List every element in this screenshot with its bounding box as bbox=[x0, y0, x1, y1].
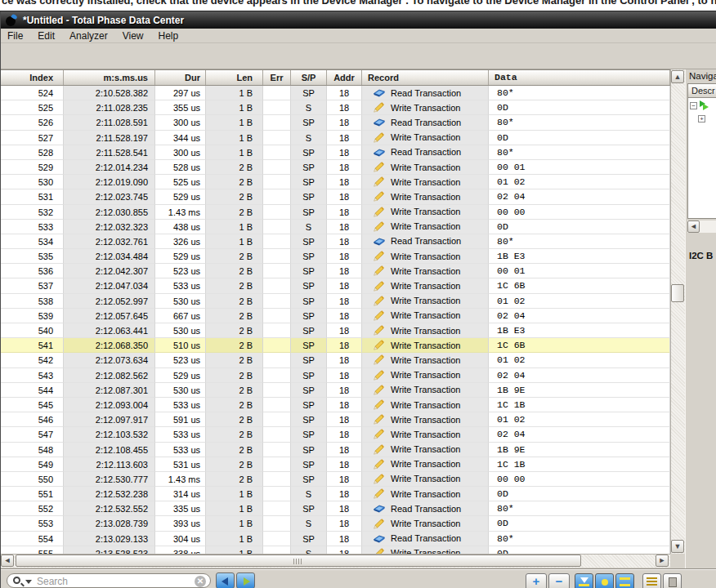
tree-node-capture[interactable]: − bbox=[688, 98, 716, 114]
table-row[interactable]: 532 2:12.030.855 1.43 ms 2 B SP 18 bbox=[0, 205, 670, 220]
cell-length: 1 B bbox=[206, 86, 263, 100]
cell-record: Write Transaction bbox=[362, 368, 489, 383]
table-row[interactable]: 525 2:11.028.235 355 us 1 B S 18 bbox=[0, 100, 670, 115]
table-row[interactable]: 554 2:13.029.133 304 us 1 B SP 18 bbox=[0, 532, 670, 546]
table-row[interactable]: 552 2:12.532.552 335 us 1 B SP 18 bbox=[0, 501, 670, 516]
record-label: Write Transaction bbox=[391, 131, 460, 145]
cell-duration: 528 us bbox=[155, 160, 206, 175]
table-row[interactable]: 543 2:12.082.562 529 us 2 B SP 18 bbox=[0, 368, 670, 383]
header-index[interactable]: Index bbox=[0, 70, 64, 85]
goto-selection-button[interactable] bbox=[595, 573, 614, 588]
table-row[interactable]: 535 2:12.034.484 529 us 2 B SP 18 bbox=[0, 249, 670, 264]
table-row[interactable]: 534 2:12.032.761 326 us 1 B SP 18 bbox=[0, 234, 670, 249]
table-row[interactable]: 531 2:12.023.745 529 us 2 B SP 18 bbox=[0, 189, 670, 204]
table-row[interactable]: 539 2:12.057.645 667 us 2 B SP 18 bbox=[0, 309, 670, 323]
cell-length: 1 B bbox=[206, 220, 263, 234]
header-dur[interactable]: Dur bbox=[155, 70, 206, 85]
table-row[interactable]: 542 2:12.073.634 523 us 2 B SP 18 bbox=[0, 353, 670, 368]
search-input[interactable]: Search ✕ bbox=[7, 573, 211, 588]
table-row[interactable]: 540 2:12.063.441 530 us 2 B SP 18 bbox=[0, 323, 670, 338]
cell-index: 551 bbox=[0, 487, 64, 501]
table-row[interactable]: 548 2:12.108.455 533 us 2 B SP 18 bbox=[0, 443, 670, 457]
scroll-left-button[interactable]: ◄ bbox=[1, 555, 14, 567]
find-next-button[interactable] bbox=[236, 572, 255, 588]
tree-node-child[interactable]: + bbox=[688, 114, 716, 129]
record-icon bbox=[373, 459, 386, 470]
scroll-right-button[interactable]: ► bbox=[656, 555, 669, 567]
record-icon bbox=[373, 265, 386, 276]
table-row[interactable]: 541 2:12.068.350 510 us 2 B SP 18 bbox=[0, 338, 670, 353]
table-row[interactable]: 528 2:11.528.541 300 us 1 B SP 18 bbox=[0, 145, 670, 160]
horizontal-scroll-thumb[interactable] bbox=[16, 555, 581, 567]
table-row[interactable]: 527 2:11.528.197 344 us 1 B S 18 bbox=[0, 131, 670, 145]
scroll-down-button[interactable]: ▼ bbox=[671, 540, 684, 553]
table-row[interactable]: 533 2:12.032.323 438 us 1 B S 18 bbox=[0, 220, 670, 234]
table-row[interactable]: 538 2:12.052.997 530 us 2 B SP 18 bbox=[0, 294, 670, 309]
description-column-header[interactable]: Descr bbox=[688, 84, 716, 98]
write-transaction-icon bbox=[373, 162, 386, 172]
search-icon[interactable] bbox=[13, 577, 20, 584]
cell-length: 2 B bbox=[206, 353, 263, 368]
expand-all-button[interactable]: + bbox=[526, 573, 547, 588]
header-err[interactable]: Err bbox=[263, 70, 291, 85]
menu-file[interactable]: File bbox=[7, 30, 23, 42]
table-row[interactable]: 524 2:10.528.382 297 us 1 B SP 18 bbox=[0, 86, 670, 100]
table-row[interactable]: 551 2:12.532.238 314 us 1 B S 18 bbox=[0, 487, 670, 501]
table-row[interactable]: 546 2:12.097.917 591 us 2 B SP 18 bbox=[0, 412, 670, 427]
header-len[interactable]: Len bbox=[206, 70, 263, 85]
vertical-scroll-thumb[interactable] bbox=[671, 284, 684, 302]
search-options-caret-icon[interactable] bbox=[25, 580, 32, 584]
expand-node-icon[interactable]: + bbox=[698, 115, 705, 122]
goto-begin-button[interactable] bbox=[575, 573, 593, 588]
cell-error bbox=[263, 472, 291, 487]
goto-end-button[interactable] bbox=[615, 573, 634, 588]
menu-view[interactable]: View bbox=[123, 30, 144, 42]
cell-index: 536 bbox=[0, 264, 64, 278]
cell-length: 1 B bbox=[206, 145, 263, 160]
table-row[interactable]: 536 2:12.042.307 523 us 2 B SP 18 bbox=[0, 264, 670, 278]
vertical-scrollbar[interactable] bbox=[670, 69, 685, 554]
menu-edit[interactable]: Edit bbox=[38, 30, 55, 42]
table-row[interactable]: 526 2:11.028.591 300 us 1 B SP 18 bbox=[0, 115, 670, 130]
table-row[interactable]: 545 2:12.093.004 533 us 2 B SP 18 bbox=[0, 398, 670, 412]
sidebar-scroll-left-button[interactable]: ◄ bbox=[687, 220, 700, 233]
record-icon bbox=[373, 207, 386, 217]
scroll-up-button[interactable]: ▲ bbox=[671, 70, 684, 83]
table-row[interactable]: 544 2:12.087.301 530 us 2 B SP 18 bbox=[0, 383, 670, 398]
cell-index: 525 bbox=[0, 100, 64, 115]
cell-record: Write Transaction bbox=[362, 383, 489, 398]
cell-record: Write Transaction bbox=[362, 516, 489, 531]
record-icon bbox=[373, 221, 386, 232]
cell-timestamp: 2:12.097.917 bbox=[64, 412, 155, 427]
cell-address: 18 bbox=[327, 189, 362, 204]
header-time[interactable]: m:s.ms.us bbox=[64, 70, 155, 85]
table-row[interactable]: 547 2:12.103.532 533 us 2 B SP 18 bbox=[0, 427, 670, 442]
cell-duration: 314 us bbox=[155, 487, 206, 501]
filter-layers-button[interactable] bbox=[642, 573, 661, 588]
menu-analyzer[interactable]: Analyzer bbox=[69, 30, 108, 42]
cell-record: Write Transaction bbox=[362, 457, 489, 472]
menu-help[interactable]: Help bbox=[159, 30, 179, 42]
collapse-node-icon[interactable]: − bbox=[690, 102, 697, 109]
navigator-tree-panel: Descr − + bbox=[687, 83, 716, 219]
collapse-all-button[interactable]: − bbox=[548, 573, 570, 588]
header-addr[interactable]: Addr bbox=[327, 70, 362, 85]
table-row[interactable]: 537 2:12.047.034 533 us 2 B SP 18 bbox=[0, 278, 670, 293]
table-row[interactable]: 529 2:12.014.234 528 us 2 B SP 18 bbox=[0, 160, 670, 175]
table-row[interactable]: 549 2:12.113.603 531 us 2 B SP 18 bbox=[0, 457, 670, 472]
table-row[interactable]: 550 2:12.530.777 1.43 ms 2 B SP 18 bbox=[0, 472, 670, 487]
title-bar[interactable]: *Untitled - Total Phase Data Center bbox=[0, 11, 716, 29]
write-transaction-icon bbox=[373, 325, 386, 336]
clear-search-icon[interactable]: ✕ bbox=[195, 576, 206, 587]
header-data[interactable]: Data bbox=[489, 70, 670, 85]
record-icon bbox=[373, 488, 386, 499]
record-label: Read Transaction bbox=[391, 501, 461, 516]
find-previous-button[interactable] bbox=[216, 572, 235, 588]
header-sp[interactable]: S/P bbox=[291, 70, 327, 85]
header-record[interactable]: Record bbox=[362, 70, 489, 85]
table-row[interactable]: 553 2:13.028.739 393 us 1 B S 18 bbox=[0, 516, 670, 531]
filter-flag-button[interactable] bbox=[663, 573, 682, 588]
cell-start-stop: SP bbox=[291, 443, 327, 457]
table-row[interactable]: 530 2:12.019.090 525 us 2 B SP 18 bbox=[0, 175, 670, 189]
sidebar-horizontal-scrollbar[interactable]: ◄ bbox=[687, 220, 716, 233]
